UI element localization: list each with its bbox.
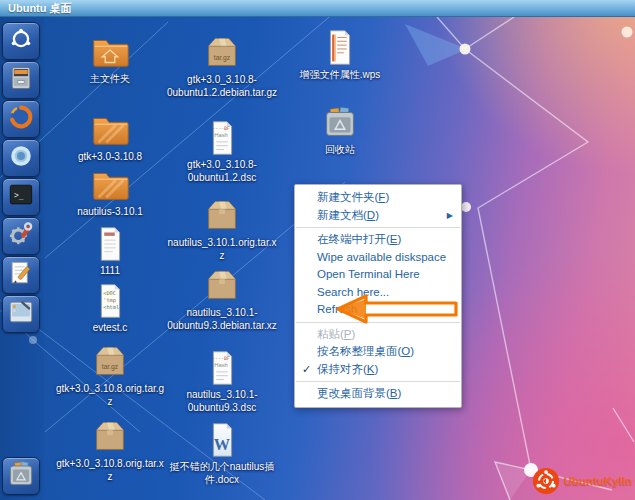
desktop-icon-label: 挺不错的几个nautilus插件.docx [166, 461, 278, 486]
desktop-icon-gtk-dsc[interactable]: ----BFHashgtk+3.0_3.10.8-0ubuntu1.2.dsc [166, 118, 278, 184]
launcher: >_ [0, 17, 44, 500]
launcher-item-dash-home[interactable] [2, 22, 40, 60]
menu-item-new-folder[interactable]: 新建文件夹(F) [295, 189, 461, 207]
box-file-icon [199, 196, 245, 236]
trash-icon [5, 458, 37, 494]
desktop-icon-nautilus-plugins-docx[interactable]: W挺不错的几个nautilus插件.docx [166, 420, 278, 486]
desktop-icon-label: gtk+3.0-3.10.8 [78, 151, 142, 164]
gear-wrench-icon [5, 218, 37, 254]
launcher-item-terminal[interactable]: >_ [2, 178, 40, 216]
svg-text:----BF: ----BF [212, 126, 229, 131]
textdoc-file-icon [87, 224, 133, 264]
desktop-icon-label: gtk+3.0_3.10.8.orig.tar.gz [54, 383, 166, 408]
docx-file-icon: W [199, 420, 245, 460]
desktop-icon-file-1111[interactable]: 1111 [54, 224, 166, 278]
menu-item-keep-aligned[interactable]: ✓保持对齐(K) [295, 361, 461, 379]
trash-file-icon [317, 103, 363, 143]
launcher-item-file-manager[interactable] [2, 61, 40, 99]
ubuntukylin-logo-icon [531, 466, 561, 496]
box-file-icon [87, 417, 133, 457]
desktop-icon-home-folder[interactable]: 主文件夹 [54, 32, 166, 86]
context-menu: 新建文件夹(F)新建文档(D)▶在终端中打开(E)Wipe available … [294, 184, 462, 408]
menu-item-label: 新建文件夹(F) [317, 189, 453, 207]
desktop-icon-nautilus-debian-tarxz[interactable]: nautilus_3.10.1-0ubuntu9.3.debian.tar.xz [166, 266, 278, 332]
file-cabinet-icon [5, 62, 37, 98]
svg-text:Hash: Hash [214, 132, 227, 138]
desktop-icon-label: 增强文件属性.wps [300, 69, 381, 82]
desktop-icon-nautilus-orig-tarxz[interactable]: nautilus_3.10.1.orig.tar.xz [166, 196, 278, 262]
desktop-icon-label: nautilus_3.10.1-0ubuntu9.3.debian.tar.xz [166, 307, 278, 332]
desktop-icon-gtk-folder[interactable]: gtk+3.0-3.10.8 [54, 110, 166, 164]
menu-item-new-document[interactable]: 新建文档(D)▶ [295, 207, 461, 225]
launcher-item-document-app[interactable] [2, 295, 40, 333]
menu-item-label: 按名称整理桌面(O) [317, 343, 453, 361]
menu-item-change-background[interactable]: 更改桌面背景(B) [295, 385, 461, 403]
wps-file-icon [317, 28, 363, 68]
menu-item-paste: 粘贴(P) [295, 326, 461, 344]
dsc-file-icon: ----BFHash [199, 118, 245, 158]
launcher-item-firefox[interactable] [2, 100, 40, 138]
codedoc-file-icon: <DOC'tmp<html [87, 281, 133, 321]
menu-item-label: 新建文档(D) [317, 207, 447, 225]
folder-file-icon [87, 110, 133, 150]
menu-item-open-terminal-here[interactable]: Open Terminal Here [295, 266, 461, 284]
menu-item-wipe-diskspace[interactable]: Wipe available diskspace [295, 249, 461, 267]
desktop-icon-label: nautilus-3.10.1 [77, 206, 143, 219]
desktop-icon-gtk-orig-targz[interactable]: tar.gzgtk+3.0_3.10.8.orig.tar.gz [54, 342, 166, 408]
terminal-icon: >_ [5, 179, 37, 215]
menu-item-label: 粘贴(P) [317, 326, 453, 344]
svg-text:W: W [214, 435, 231, 454]
document-pencil-icon [5, 257, 37, 293]
desktop-icon-label: gtk+3.0_3.10.8.orig.tar.xz [54, 458, 166, 483]
menu-item-label: Open Terminal Here [317, 266, 453, 284]
firefox-icon [5, 101, 37, 137]
menu-item-label: Search here... [317, 284, 453, 302]
menu-item-organize-by-name[interactable]: 按名称整理桌面(O) [295, 343, 461, 361]
desktop-icon-nautilus-folder[interactable]: nautilus-3.10.1 [54, 165, 166, 219]
menu-item-label: Refresh [317, 301, 453, 319]
desktop-icon-gtk-debian-targz[interactable]: tar.gzgtk+3.0_3.10.8-0ubuntu1.2.debian.t… [166, 33, 278, 99]
desktop-icon-evtest-c[interactable]: <DOC'tmp<htmlevtest.c [54, 281, 166, 335]
desktop-icon-recycle-bin[interactable]: 回收站 [284, 103, 396, 157]
folder-file-icon [87, 165, 133, 205]
ubuntukylin-logo-text: UbuntuKylin [564, 475, 632, 487]
window-pen-icon [5, 296, 37, 332]
svg-text:tar.gz: tar.gz [102, 363, 119, 371]
menu-separator [296, 227, 460, 228]
svg-text:>_: >_ [14, 191, 24, 200]
desktop-icon-label: gtk+3.0_3.10.8-0ubuntu1.2.dsc [166, 159, 278, 184]
launcher-item-system-settings[interactable] [2, 217, 40, 255]
desktop-icon-gtk-orig-tarxz[interactable]: gtk+3.0_3.10.8.orig.tar.xz [54, 417, 166, 483]
menu-separator [296, 322, 460, 323]
svg-text:----BF: ----BF [212, 356, 229, 361]
svg-text:<html: <html [103, 304, 119, 310]
desktop-icon-label: 主文件夹 [90, 73, 130, 86]
svg-text:Hash: Hash [214, 362, 227, 368]
chromium-icon [5, 140, 37, 176]
ubuntukylin-branding: UbuntuKylin [531, 466, 632, 496]
top-panel: Ubuntu 桌面 [0, 0, 635, 17]
menu-item-label: 在终端中打开(E) [317, 231, 453, 249]
menu-item-search-here[interactable]: Search here... [295, 284, 461, 302]
checkmark-icon: ✓ [302, 361, 317, 379]
menu-item-open-in-terminal[interactable]: 在终端中打开(E) [295, 231, 461, 249]
targz-file-icon: tar.gz [87, 342, 133, 382]
desktop-icon-label: 1111 [100, 265, 120, 278]
svg-text:tar.gz: tar.gz [214, 54, 231, 62]
launcher-item-trash[interactable] [2, 457, 40, 495]
desktop-icon-nautilus-dsc[interactable]: ----BFHashnautilus_3.10.1-0ubuntu9.3.dsc [166, 348, 278, 414]
launcher-item-chromium[interactable] [2, 139, 40, 177]
svg-text:<DOC: <DOC [103, 290, 116, 296]
window-title: Ubuntu 桌面 [8, 2, 72, 14]
targz-file-icon: tar.gz [199, 33, 245, 73]
dsc-file-icon: ----BFHash [199, 348, 245, 388]
ubuntu-logo-icon [5, 23, 37, 59]
home-file-icon [87, 32, 133, 72]
desktop-icon-label: evtest.c [93, 322, 127, 335]
menu-item-label: 更改桌面背景(B) [317, 385, 453, 403]
menu-item-refresh[interactable]: Refresh [295, 301, 461, 319]
desktop-icon-wps-doc[interactable]: 增强文件属性.wps [284, 28, 396, 82]
desktop-icon-label: nautilus_3.10.1.orig.tar.xz [166, 237, 278, 262]
submenu-arrow-icon: ▶ [447, 207, 453, 225]
launcher-item-text-editor[interactable] [2, 256, 40, 294]
